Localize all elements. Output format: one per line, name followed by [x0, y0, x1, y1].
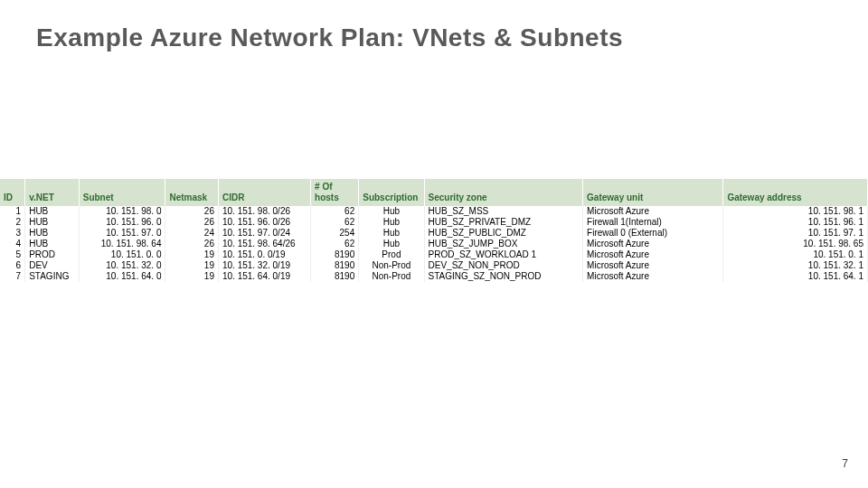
cell-zone: STAGING_SZ_NON_PROD	[424, 271, 583, 282]
cell-sub: Non-Prod	[359, 260, 424, 271]
cell-hosts: 62	[311, 206, 359, 217]
col-netmask: Netmask	[165, 179, 219, 206]
col-id: ID	[0, 179, 25, 206]
table-row: 2HUB10. 151. 96. 02610. 151. 96. 0/2662H…	[0, 217, 868, 228]
cell-zone: HUB_SZ_MSS	[424, 206, 583, 217]
cell-cidr: 10. 151. 0. 0/19	[218, 249, 310, 260]
cell-gwa: 10. 151. 98. 1	[723, 206, 868, 217]
cell-gwa: 10. 151. 96. 1	[723, 217, 868, 228]
cell-sub: Prod	[359, 249, 424, 260]
cell-gwa: 10. 151. 32. 1	[723, 260, 868, 271]
table-row: 5PROD10. 151. 0. 01910. 151. 0. 0/198190…	[0, 249, 868, 260]
page-title: Example Azure Network Plan: VNets & Subn…	[36, 23, 832, 52]
cell-gw: Microsoft Azure	[583, 271, 723, 282]
cell-vnet: HUB	[25, 217, 80, 228]
cell-gwa: 10. 151. 98. 65	[723, 239, 868, 249]
network-table: ID v.NET Subnet Netmask CIDR # Of hosts …	[0, 179, 868, 282]
cell-cidr: 10. 151. 98. 64/26	[218, 239, 310, 249]
cell-cidr: 10. 151. 64. 0/19	[218, 271, 310, 282]
col-cidr: CIDR	[218, 179, 310, 206]
cell-netmask: 19	[165, 249, 219, 260]
cell-subnet: 10. 151. 98. 0	[79, 206, 165, 217]
col-gwa: Gateway address	[723, 179, 868, 206]
cell-cidr: 10. 151. 32. 0/19	[218, 260, 310, 271]
cell-gw: Microsoft Azure	[583, 239, 723, 249]
table-body: 1HUB10. 151. 98. 02610. 151. 98. 0/2662H…	[0, 206, 868, 282]
cell-gwa: 10. 151. 97. 1	[723, 228, 868, 239]
cell-gw: Microsoft Azure	[583, 260, 723, 271]
col-zone: Security zone	[424, 179, 583, 206]
cell-sub: Non-Prod	[359, 271, 424, 282]
cell-zone: HUB_SZ_PRIVATE_DMZ	[424, 217, 583, 228]
cell-id: 3	[0, 228, 25, 239]
col-gw: Gateway unit	[583, 179, 723, 206]
table-row: 3HUB10. 151. 97. 02410. 151. 97. 0/24254…	[0, 228, 868, 239]
cell-subnet: 10. 151. 64. 0	[79, 271, 165, 282]
col-subnet: Subnet	[79, 179, 165, 206]
slide: Example Azure Network Plan: VNets & Subn…	[0, 0, 868, 488]
cell-sub: Hub	[359, 239, 424, 249]
cell-gw: Firewall 1(Internal)	[583, 217, 723, 228]
cell-gw: Firewall 0 (External)	[583, 228, 723, 239]
cell-hosts: 8190	[311, 271, 359, 282]
cell-subnet: 10. 151. 98. 64	[79, 239, 165, 249]
cell-netmask: 19	[165, 260, 219, 271]
cell-zone: HUB_SZ_JUMP_BOX	[424, 239, 583, 249]
col-hosts: # Of hosts	[311, 179, 359, 206]
cell-hosts: 8190	[311, 260, 359, 271]
cell-netmask: 26	[165, 206, 219, 217]
cell-gw: Microsoft Azure	[583, 206, 723, 217]
cell-vnet: HUB	[25, 228, 80, 239]
cell-sub: Hub	[359, 228, 424, 239]
cell-id: 6	[0, 260, 25, 271]
cell-vnet: HUB	[25, 206, 80, 217]
cell-cidr: 10. 151. 96. 0/26	[218, 217, 310, 228]
cell-netmask: 26	[165, 239, 219, 249]
cell-hosts: 62	[311, 217, 359, 228]
cell-gwa: 10. 151. 64. 1	[723, 271, 868, 282]
page-number: 7	[842, 457, 848, 470]
table-row: 6DEV10. 151. 32. 01910. 151. 32. 0/19819…	[0, 260, 868, 271]
cell-hosts: 62	[311, 239, 359, 249]
cell-vnet: HUB	[25, 239, 80, 249]
cell-gw: Microsoft Azure	[583, 249, 723, 260]
col-sub: Subscription	[359, 179, 424, 206]
cell-netmask: 19	[165, 271, 219, 282]
cell-cidr: 10. 151. 98. 0/26	[218, 206, 310, 217]
cell-subnet: 10. 151. 96. 0	[79, 217, 165, 228]
cell-vnet: PROD	[25, 249, 80, 260]
table-row: 7STAGING10. 151. 64. 01910. 151. 64. 0/1…	[0, 271, 868, 282]
cell-id: 4	[0, 239, 25, 249]
cell-vnet: DEV	[25, 260, 80, 271]
cell-subnet: 10. 151. 97. 0	[79, 228, 165, 239]
network-data-table: ID v.NET Subnet Netmask CIDR # Of hosts …	[0, 179, 868, 282]
table-header: ID v.NET Subnet Netmask CIDR # Of hosts …	[0, 179, 868, 206]
cell-sub: Hub	[359, 217, 424, 228]
cell-hosts: 254	[311, 228, 359, 239]
cell-sub: Hub	[359, 206, 424, 217]
cell-id: 7	[0, 271, 25, 282]
cell-vnet: STAGING	[25, 271, 80, 282]
table-row: 1HUB10. 151. 98. 02610. 151. 98. 0/2662H…	[0, 206, 868, 217]
cell-cidr: 10. 151. 97. 0/24	[218, 228, 310, 239]
cell-subnet: 10. 151. 32. 0	[79, 260, 165, 271]
cell-zone: PROD_SZ_WORKLOAD 1	[424, 249, 583, 260]
cell-netmask: 24	[165, 228, 219, 239]
cell-hosts: 8190	[311, 249, 359, 260]
cell-id: 5	[0, 249, 25, 260]
cell-zone: DEV_SZ_NON_PROD	[424, 260, 583, 271]
col-vnet: v.NET	[25, 179, 80, 206]
cell-zone: HUB_SZ_PUBLIC_DMZ	[424, 228, 583, 239]
table-row: 4HUB10. 151. 98. 642610. 151. 98. 64/266…	[0, 239, 868, 249]
cell-subnet: 10. 151. 0. 0	[79, 249, 165, 260]
cell-id: 1	[0, 206, 25, 217]
cell-gwa: 10. 151. 0. 1	[723, 249, 868, 260]
cell-id: 2	[0, 217, 25, 228]
cell-netmask: 26	[165, 217, 219, 228]
